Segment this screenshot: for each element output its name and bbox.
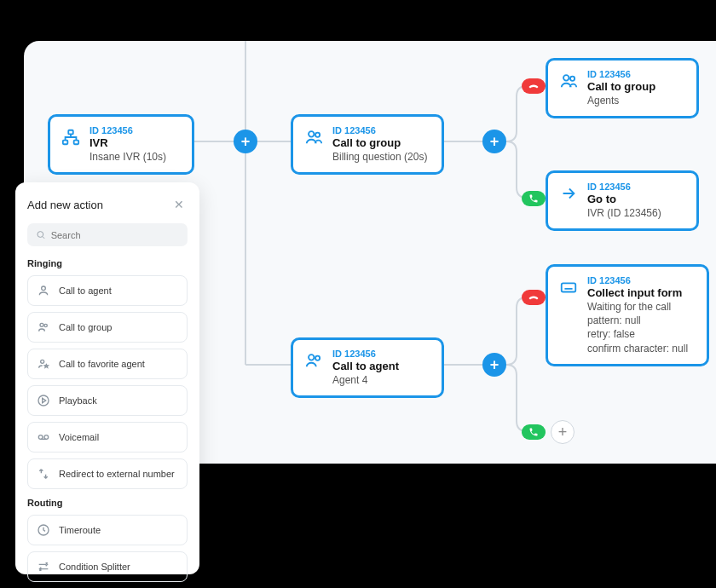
call-answered-badge — [522, 424, 546, 440]
action-label: Playback — [59, 395, 97, 406]
voicemail-icon — [37, 430, 50, 444]
node-id: ID 123456 — [587, 275, 688, 285]
action-condition-splitter[interactable]: Condition Splitter — [27, 551, 188, 582]
users-icon — [303, 127, 324, 147]
node-subtitle: Agent 4 — [332, 373, 399, 387]
node-ivr[interactable]: ID 123456 IVR Insane IVR (10s) — [48, 114, 194, 175]
svg-rect-16 — [562, 283, 576, 291]
node-title: Call to agent — [332, 360, 399, 372]
search-input[interactable] — [51, 230, 179, 240]
action-label: Redirect to external number — [59, 469, 175, 479]
svg-point-19 — [40, 323, 43, 326]
add-action-button-empty[interactable]: + — [551, 420, 575, 444]
node-subtitle: IVR (ID 123456) — [587, 206, 661, 220]
node-call-to-group-billing[interactable]: ID 123456 Call to group Billing question… — [291, 114, 444, 175]
svg-rect-8 — [63, 141, 68, 145]
search-icon — [36, 229, 46, 240]
keyboard-icon — [558, 277, 579, 297]
action-redirect-external[interactable]: Redirect to external number — [27, 458, 188, 489]
search-input-wrapper[interactable] — [27, 223, 188, 246]
svg-point-18 — [42, 286, 46, 291]
node-id: ID 123456 — [587, 69, 655, 79]
action-label: Timeroute — [59, 525, 101, 535]
node-subtitle: Agents — [587, 94, 655, 107]
section-routing-label: Routing — [27, 498, 188, 508]
action-label: Voicemail — [59, 432, 99, 442]
svg-rect-7 — [68, 130, 73, 135]
section-ringing-label: Ringing — [27, 258, 188, 268]
node-id: ID 123456 — [332, 125, 427, 135]
node-call-to-group-agents[interactable]: ID 123456 Call to group Agents — [546, 58, 699, 118]
node-collect-input[interactable]: ID 123456 Collect input form Waiting for… — [546, 264, 709, 366]
svg-point-10 — [309, 131, 314, 136]
svg-point-24 — [44, 435, 49, 440]
action-call-to-group[interactable]: Call to group — [27, 312, 188, 343]
svg-point-13 — [570, 77, 575, 81]
clock-icon — [37, 523, 50, 537]
close-icon[interactable]: ✕ — [170, 196, 188, 213]
svg-point-14 — [309, 355, 314, 360]
node-title: Go to — [587, 193, 661, 205]
node-id: ID 123456 — [587, 182, 661, 192]
node-goto[interactable]: ID 123456 Go to IVR (ID 123456) — [546, 170, 699, 231]
users-icon — [558, 71, 579, 91]
user-icon — [37, 284, 50, 297]
svg-point-15 — [315, 356, 320, 360]
svg-point-12 — [563, 75, 569, 80]
action-label: Call to favorite agent — [59, 359, 145, 369]
add-action-button[interactable]: + — [482, 353, 506, 377]
action-timeroute[interactable]: Timeroute — [27, 515, 188, 545]
user-star-icon — [37, 357, 50, 371]
user-icon — [303, 350, 324, 371]
call-missed-badge — [522, 290, 546, 305]
node-subtitle: Insane IVR (10s) — [90, 150, 166, 164]
call-answered-badge — [522, 191, 546, 206]
action-playback[interactable]: Playback — [27, 385, 188, 416]
action-label: Condition Splitter — [59, 562, 130, 572]
action-voicemail[interactable]: Voicemail — [27, 422, 188, 453]
svg-point-11 — [315, 133, 320, 137]
action-label: Call to agent — [59, 285, 112, 296]
node-id: ID 123456 — [332, 349, 399, 359]
svg-rect-9 — [74, 141, 79, 145]
users-icon — [37, 320, 50, 334]
node-title: Collect input form — [587, 286, 688, 299]
svg-point-22 — [38, 395, 49, 406]
node-title: Call to group — [587, 80, 655, 93]
node-title: Call to group — [332, 136, 427, 149]
hierarchy-icon — [61, 127, 81, 147]
play-icon — [37, 394, 50, 407]
node-subtitle: Waiting for the call pattern: null retry… — [587, 300, 688, 355]
node-id: ID 123456 — [90, 125, 166, 135]
node-subtitle: Billing question (20s) — [332, 150, 427, 164]
action-call-to-agent[interactable]: Call to agent — [27, 275, 188, 306]
split-icon — [37, 560, 50, 574]
node-call-to-agent[interactable]: ID 123456 Call to agent Agent 4 — [291, 337, 444, 398]
action-label: Call to group — [59, 322, 112, 332]
panel-title: Add new action — [27, 199, 103, 211]
arrow-right-icon — [558, 183, 579, 204]
svg-point-17 — [38, 232, 43, 238]
svg-point-20 — [44, 324, 47, 326]
call-missed-badge — [522, 78, 546, 94]
action-call-to-favorite-agent[interactable]: Call to favorite agent — [27, 349, 188, 379]
add-action-button[interactable]: + — [234, 130, 257, 153]
svg-point-21 — [41, 360, 44, 363]
node-title: IVR — [90, 136, 166, 149]
svg-point-23 — [38, 435, 43, 440]
add-action-button[interactable]: + — [482, 130, 506, 153]
add-action-panel: Add new action ✕ Ringing Call to agent C… — [15, 182, 199, 574]
redirect-icon — [37, 467, 50, 481]
